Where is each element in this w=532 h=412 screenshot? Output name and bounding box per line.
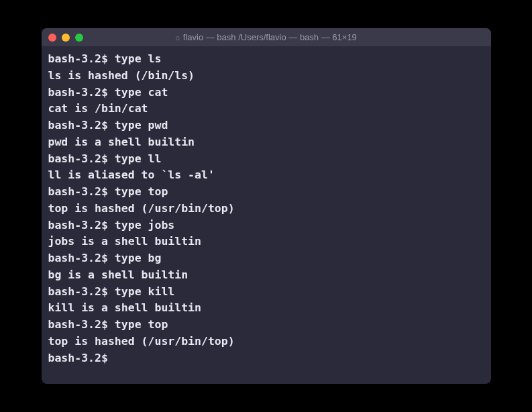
home-icon: ⌂ [175, 34, 180, 42]
terminal-line: bash-3.2$ type top [48, 317, 484, 333]
terminal-line: bash-3.2$ type cat [48, 85, 484, 101]
output-text: pwd is a shell builtin [48, 136, 195, 148]
traffic-lights [48, 34, 83, 42]
prompt: bash-3.2$ [48, 86, 115, 99]
output-text: ls is hashed (/bin/ls) [48, 69, 195, 82]
terminal-body[interactable]: bash-3.2$ type lsls is hashed (/bin/ls)b… [42, 47, 491, 384]
command-text: type ll [115, 152, 162, 165]
prompt: bash-3.2$ [48, 119, 115, 132]
output-text: top is hashed (/usr/bin/top) [48, 202, 235, 215]
cursor [115, 352, 121, 364]
terminal-line: top is hashed (/usr/bin/top) [48, 333, 484, 350]
terminal-line: bash-3.2$ type ls [48, 51, 484, 68]
prompt: bash-3.2$ [48, 318, 115, 331]
terminal-line: ll is aliased to `ls -al' [48, 167, 484, 184]
terminal-line: kill is a shell builtin [48, 300, 484, 317]
maximize-button[interactable] [75, 34, 83, 42]
prompt: bash-3.2$ [48, 252, 115, 264]
terminal-line: pwd is a shell builtin [48, 134, 484, 151]
terminal-line: bg is a shell builtin [48, 267, 484, 284]
output-text: cat is /bin/cat [48, 102, 148, 115]
terminal-line: bash-3.2$ [48, 350, 484, 367]
terminal-line: bash-3.2$ type kill [48, 284, 484, 301]
minimize-button[interactable] [62, 34, 70, 42]
window-title: ⌂ flavio — bash /Users/flavio — bash — 6… [42, 32, 491, 42]
output-text: jobs is a shell builtin [48, 235, 201, 248]
command-text: type pwd [115, 119, 168, 132]
command-text: type bg [115, 252, 162, 264]
prompt: bash-3.2$ [48, 285, 115, 298]
command-text: type cat [115, 86, 168, 99]
titlebar: ⌂ flavio — bash /Users/flavio — bash — 6… [42, 28, 491, 47]
terminal-line: bash-3.2$ type pwd [48, 117, 484, 134]
output-text: ll is aliased to `ls -al' [48, 168, 215, 181]
close-button[interactable] [48, 34, 56, 42]
prompt: bash-3.2$ [48, 52, 115, 65]
window-title-text: flavio — bash /Users/flavio — bash — 61×… [183, 32, 357, 42]
terminal-line: top is hashed (/usr/bin/top) [48, 201, 484, 217]
terminal-line: ls is hashed (/bin/ls) [48, 68, 484, 85]
command-text: type ls [115, 52, 162, 65]
command-text: type top [115, 318, 168, 331]
terminal-line: bash-3.2$ type ll [48, 151, 484, 168]
terminal-line: bash-3.2$ type bg [48, 250, 484, 267]
prompt: bash-3.2$ [48, 185, 115, 198]
terminal-line: jobs is a shell builtin [48, 234, 484, 250]
prompt: bash-3.2$ [48, 219, 115, 231]
terminal-line: bash-3.2$ type jobs [48, 217, 484, 234]
prompt: bash-3.2$ [48, 152, 115, 165]
output-text: bg is a shell builtin [48, 268, 189, 281]
terminal-line: cat is /bin/cat [48, 101, 484, 117]
command-text: type jobs [115, 219, 174, 231]
output-text: top is hashed (/usr/bin/top) [48, 335, 235, 348]
terminal-line: bash-3.2$ type top [48, 184, 484, 201]
output-text: kill is a shell builtin [48, 301, 201, 314]
terminal-window: ⌂ flavio — bash /Users/flavio — bash — 6… [42, 28, 491, 384]
command-text: type top [115, 185, 168, 198]
prompt: bash-3.2$ [48, 352, 115, 364]
command-text: type kill [115, 285, 174, 298]
